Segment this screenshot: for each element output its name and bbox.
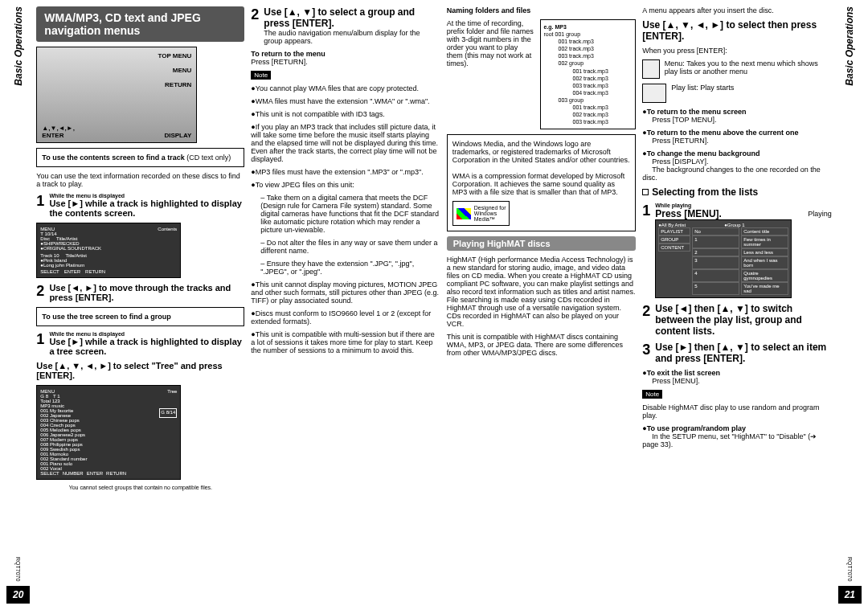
- eg-label: e.g. MP3: [544, 24, 567, 30]
- selecting-heading: Selecting from the lists: [652, 186, 758, 198]
- note-body: Disable HighMAT disc play to use random …: [642, 403, 831, 420]
- bullet-h: ●To change the menu background: [642, 149, 760, 158]
- page-title: WMA/MP3, CD text and JPEG navigation men…: [36, 6, 244, 42]
- playlist-label: Play list:: [671, 84, 698, 92]
- naming-body: At the time of recording, prefix folder …: [447, 19, 535, 68]
- col4-step-1: 1: [642, 203, 650, 219]
- device-illustration: TOP MENU MENU RETURN ▲,▼,◄,►, ENTER DISP…: [36, 47, 197, 143]
- step-while: While the menu is displayed: [49, 193, 244, 199]
- return-body: Press [RETURN].: [251, 58, 440, 66]
- bullet-b2: The background changes to the one record…: [642, 166, 821, 182]
- label-top-menu: TOP MENU: [158, 52, 191, 59]
- note-badge: Note: [642, 390, 662, 399]
- highmat-compat: This unit is compatible with HighMAT dis…: [447, 333, 636, 357]
- section-label-left: Basic Operations: [13, 6, 24, 86]
- tree-footnote: You cannot select groups that contain no…: [36, 485, 244, 490]
- step-1-text: Use [►] while a track is highlighted to …: [49, 199, 244, 218]
- note-badge: Note: [251, 71, 271, 80]
- note-item: ●You cannot play WMA files that are copy…: [251, 84, 440, 92]
- col4-step1-while: While playing: [655, 203, 831, 208]
- note-item: ●Discs must conform to ISO9660 level 1 o…: [251, 309, 440, 325]
- windows-media-box: Windows Media, and the Windows logo are …: [447, 134, 636, 231]
- step-1b: 1: [36, 331, 44, 348]
- note-item: ●MP3 files must have the extension ".MP3…: [251, 168, 440, 176]
- label-cursor-enter: ▲,▼,◄,►, ENTER: [42, 125, 75, 139]
- col2-step2-title: Use [▲, ▼] to select a group and press […: [264, 6, 440, 29]
- label-menu: MENU: [173, 67, 192, 74]
- col4-step1-text: Press [MENU].: [655, 208, 722, 219]
- step-1b-while: While the menu is displayed: [49, 331, 244, 337]
- windows-flag-icon: [457, 208, 471, 219]
- bullet-b: Press [TOP MENU].: [652, 116, 716, 124]
- label-display: DISPLAY: [164, 132, 191, 139]
- box-contents-screen: To use the contents screen to find a tra…: [36, 148, 244, 167]
- page-number-right: 21: [838, 586, 862, 604]
- box-title-note: (CD text only): [186, 154, 231, 162]
- col4-step3-text: Use [►] then [▲, ▼] to select an item an…: [655, 342, 831, 364]
- playing-label: Playing: [808, 210, 832, 218]
- contents-screen: MENUContents T 10/14 DiscTitle/Artist ●S…: [36, 223, 181, 278]
- note-subitem: – Take them on a digital camera that mee…: [260, 194, 440, 234]
- windows-media-badge: Designed for Windows Media™: [474, 205, 506, 222]
- playlist-icon: [642, 84, 666, 103]
- bullet-h: ●To return to the menu screen: [642, 108, 746, 116]
- wm-trademark: Windows Media, and the Windows logo are …: [452, 140, 630, 164]
- note-item: ●This unit is compatible with multi-sess…: [251, 330, 440, 354]
- box-tree-screen: To use the tree screen to find a group: [36, 307, 244, 326]
- col2-step-2: 2: [251, 6, 259, 23]
- when-enter: When you press [ENTER]:: [642, 47, 831, 55]
- col4-intro: A menu appears after you insert the disc…: [642, 6, 831, 14]
- section-label-right: Basic Operations: [844, 6, 855, 86]
- col4-step-3: 3: [642, 342, 650, 358]
- playlist-desc: Play starts: [700, 84, 734, 92]
- doc-code-right: RQT7070: [847, 557, 853, 581]
- step-tree-text: Use [▲, ▼, ◄, ►] to select "Tree" and pr…: [36, 361, 244, 380]
- note-item: ●If you play an MP3 track that includes …: [251, 123, 440, 163]
- exit-body: Press [MENU].: [652, 377, 700, 385]
- bullet-b: Press [RETURN].: [652, 137, 709, 145]
- menu-list-screen: ●All By Artist●Group 1 PLAYLIST GROUP CO…: [655, 219, 792, 298]
- note-item: ●This unit cannot display moving picture…: [251, 280, 440, 305]
- file-tree-example: e.g. MP3 root 001 group 001 track.mp3 00…: [540, 19, 637, 129]
- note-subitem: – Ensure they have the extension ".JPG",…: [260, 260, 440, 276]
- label-return: RETURN: [165, 81, 191, 88]
- step-2-text: Use [◄, ►] to move through the tracks an…: [49, 283, 244, 302]
- naming-heading: Naming folders and files: [447, 6, 636, 14]
- bullet-h: ●To return to the menu above the current…: [642, 129, 798, 137]
- tree-screen: MENUTree G 8T 1 Total 123 MP3 music 001 …: [36, 385, 181, 480]
- step-1: 1: [36, 193, 44, 210]
- col4-step2-text: Use [◄] then [▲, ▼] to switch between th…: [655, 303, 831, 337]
- return-heading: To return to the menu: [251, 50, 440, 58]
- exit-heading: ●To exit the list screen: [642, 369, 720, 377]
- note-item: ●To view JPEG files on this unit:: [251, 181, 440, 189]
- note-item: ●WMA files must have the extension ".WMA…: [251, 97, 440, 105]
- doc-code-left: RQT7070: [15, 557, 21, 581]
- intro-text: You can use the text information recorde…: [36, 172, 244, 188]
- step-1b-text: Use [►] while a track is highlighted to …: [49, 337, 244, 356]
- highmat-heading: Playing HighMAT discs: [447, 236, 636, 251]
- box-title: To use the contents screen to find a tra…: [42, 154, 184, 162]
- step-2: 2: [36, 283, 44, 300]
- program-play-heading: ●To use program/random play: [642, 424, 746, 432]
- square-bullet-icon: [642, 189, 649, 195]
- menu-desc: Takes you to the next menu which shows p…: [665, 59, 818, 76]
- col4-step-2: 2: [642, 303, 650, 320]
- page-number-left: 20: [6, 586, 30, 604]
- bullet-b: Press [DISPLAY].: [652, 158, 708, 166]
- highmat-body: HighMAT (High performance Media Access T…: [447, 256, 636, 328]
- note-item: ●This unit is not compatible with ID3 ta…: [251, 110, 440, 118]
- col4-step-select: Use [▲, ▼, ◄, ►] to select then press [E…: [642, 19, 831, 42]
- note-subitem: – Do not alter the files in any way or s…: [260, 239, 440, 255]
- col2-step2-body: The audio navigation menu/album display …: [264, 29, 440, 45]
- menu-icon: [642, 59, 660, 79]
- wma-description: WMA is a compression format developed by…: [452, 172, 630, 196]
- menu-label: Menu:: [665, 59, 685, 68]
- program-play-body: In the SETUP menu, set "HighMAT" to "Dis…: [642, 432, 817, 448]
